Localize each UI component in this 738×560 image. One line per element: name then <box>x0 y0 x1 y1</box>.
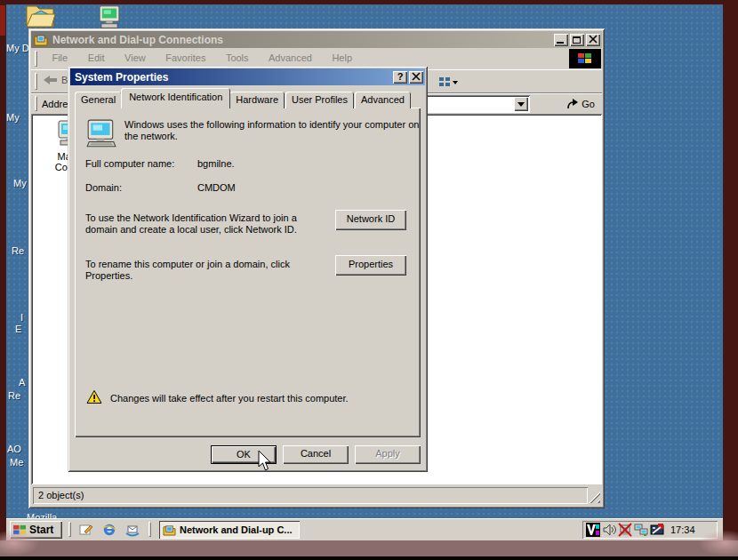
windows-logo-icon <box>578 52 592 65</box>
help-button[interactable]: ? <box>393 71 407 84</box>
network-disconnected-icon[interactable] <box>618 523 632 537</box>
taskbar-clock[interactable]: 17:34 <box>670 524 695 535</box>
frame-bottom-strip <box>0 540 738 556</box>
close-icon <box>587 34 599 44</box>
minimize-button[interactable] <box>554 34 568 46</box>
system-properties-dialog: System Properties ? General Network Iden… <box>68 66 428 472</box>
go-button-label: Go <box>582 99 595 109</box>
properties-button[interactable]: Properties <box>335 255 406 276</box>
back-button[interactable]: B <box>44 75 68 85</box>
properties-text: To rename this computer or join a domain… <box>85 259 322 282</box>
tasklist-drag-handle[interactable] <box>148 522 151 537</box>
dialog-title: System Properties <box>75 71 391 84</box>
warning-icon <box>86 389 102 404</box>
desktop-label[interactable]: AO <box>7 444 21 454</box>
status-text: 2 object(s) <box>33 487 588 504</box>
toolbar-drag-handle[interactable] <box>35 73 37 90</box>
outer-frame: My D My My Re I E A Re AO Me Mozilla Net… <box>0 0 738 560</box>
menu-drag-handle[interactable] <box>35 51 37 67</box>
desktop: My D My My Re I E A Re AO Me Mozilla Net… <box>6 4 723 540</box>
system-tray: 17:34 <box>582 521 718 539</box>
network-id-text: To use the Network Identification Wizard… <box>85 212 322 236</box>
keyboard-layout-icon[interactable] <box>650 523 664 537</box>
frame-accent <box>0 5 5 36</box>
resize-grip[interactable] <box>589 492 600 503</box>
close-icon <box>410 71 422 82</box>
maximize-button[interactable] <box>570 34 584 46</box>
volume-icon[interactable] <box>602 523 616 537</box>
network-identification-page: Windows uses the following information t… <box>75 108 421 437</box>
network-computers-icon[interactable] <box>634 523 648 537</box>
show-desktop-icon <box>79 523 93 537</box>
my-computer-icon[interactable] <box>96 4 123 30</box>
cancel-button[interactable]: Cancel <box>283 445 349 464</box>
window-title: Network and Dial-up Connections <box>52 34 552 46</box>
domain-value: CMDOM <box>197 182 236 194</box>
intro-text: Windows uses the following information t… <box>124 119 420 142</box>
taskbar: Start <box>6 518 723 540</box>
desktop-label[interactable]: Me <box>10 457 23 468</box>
tab-network-identification[interactable]: Network Identification <box>121 88 230 108</box>
windows-logo-throbber <box>569 49 601 68</box>
dialog-titlebar[interactable]: System Properties ? <box>70 68 425 85</box>
views-button[interactable] <box>433 73 463 91</box>
tab-user-profiles[interactable]: User Profiles <box>285 92 354 108</box>
mouse-cursor <box>258 450 274 473</box>
apply-button: Apply <box>355 445 421 464</box>
menu-file[interactable]: File <box>44 48 76 63</box>
tab-hardware[interactable]: Hardware <box>229 92 285 108</box>
warning-text: Changes will take effect after you resta… <box>110 393 404 404</box>
computer-icon <box>85 119 117 149</box>
chevron-down-icon <box>517 102 525 110</box>
menu-tools[interactable]: Tools <box>218 48 257 63</box>
chevron-down-icon <box>453 81 458 87</box>
tab-general[interactable]: General <box>75 92 122 108</box>
quicklaunch-drag-handle[interactable] <box>68 522 71 537</box>
back-arrow-icon <box>44 75 58 85</box>
window-titlebar[interactable]: Network and Dial-up Connections <box>31 31 602 48</box>
desktop-label[interactable]: E <box>15 324 21 334</box>
desktop-label[interactable]: My D <box>6 43 29 53</box>
full-computer-name-value: bgmilne. <box>197 158 235 170</box>
show-desktop-button[interactable] <box>77 522 95 537</box>
network-id-button[interactable]: Network ID <box>335 210 406 230</box>
frame-bottom-edge <box>0 556 738 560</box>
desktop-label[interactable]: I <box>20 312 23 323</box>
views-grid-icon <box>438 76 451 88</box>
tab-advanced[interactable]: Advanced <box>355 92 411 108</box>
my-documents-icon[interactable] <box>25 2 57 30</box>
desktop-label[interactable]: Re <box>12 245 24 256</box>
task-button-label: Network and Dial-up C... <box>180 524 293 535</box>
status-bar: 2 object(s) <box>31 484 602 506</box>
tab-strip: General Network Identification Hardware … <box>75 88 412 108</box>
outlook-express-icon <box>125 523 140 537</box>
taskbar-task-button[interactable]: Network and Dial-up C... <box>159 521 300 539</box>
address-label: Addre <box>42 99 68 109</box>
internet-explorer-button[interactable] <box>100 522 118 537</box>
go-arrow-icon <box>566 99 579 110</box>
menu-view[interactable]: View <box>116 48 154 63</box>
outlook-express-button[interactable] <box>124 522 141 537</box>
desktop-label[interactable]: A <box>19 377 25 388</box>
desktop-label[interactable]: My <box>13 178 27 188</box>
menu-edit[interactable]: Edit <box>80 48 113 63</box>
internet-explorer-icon <box>102 523 116 537</box>
folder-connection-icon <box>34 34 48 46</box>
desktop-label[interactable]: Re <box>8 390 20 401</box>
addressbar-drag-handle[interactable] <box>35 96 37 111</box>
domain-label: Domain: <box>85 182 122 194</box>
desktop-label[interactable]: My <box>6 112 20 123</box>
close-button[interactable] <box>586 34 600 46</box>
dialog-close-button[interactable] <box>409 71 423 84</box>
menu-help[interactable]: Help <box>324 48 360 63</box>
menu-favorites[interactable]: Favorites <box>157 48 213 63</box>
folder-connection-icon <box>163 524 176 536</box>
address-dropdown-button[interactable] <box>514 97 528 111</box>
vnc-icon[interactable] <box>586 523 600 537</box>
menu-advanced[interactable]: Advanced <box>261 48 320 63</box>
go-button[interactable]: Go <box>563 95 598 113</box>
full-computer-name-label: Full computer name: <box>85 158 174 170</box>
